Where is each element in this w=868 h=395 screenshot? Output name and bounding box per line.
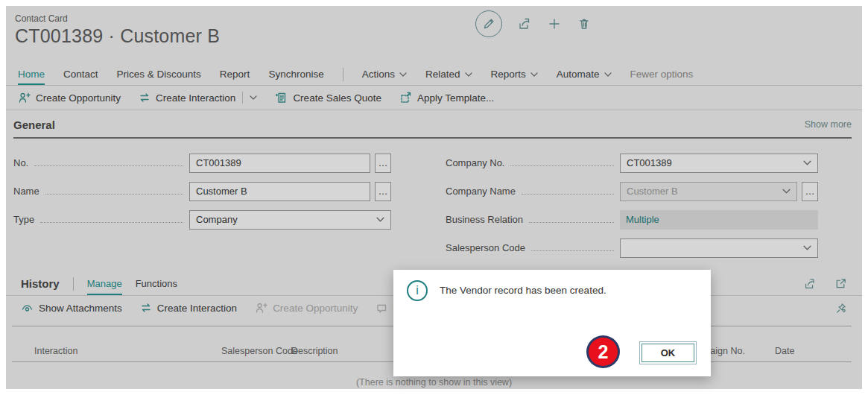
annotation-badge-2: 2 — [586, 335, 620, 368]
dialog-message: The Vendor record has been created. — [440, 285, 606, 296]
ok-button[interactable]: OK — [639, 341, 697, 364]
screenshot-root: Contact Card CT001389 · Customer B Home … — [0, 0, 868, 395]
info-glyph: i — [416, 284, 419, 297]
confirmation-dialog: i The Vendor record has been created. OK — [393, 270, 711, 376]
info-icon: i — [407, 280, 428, 301]
